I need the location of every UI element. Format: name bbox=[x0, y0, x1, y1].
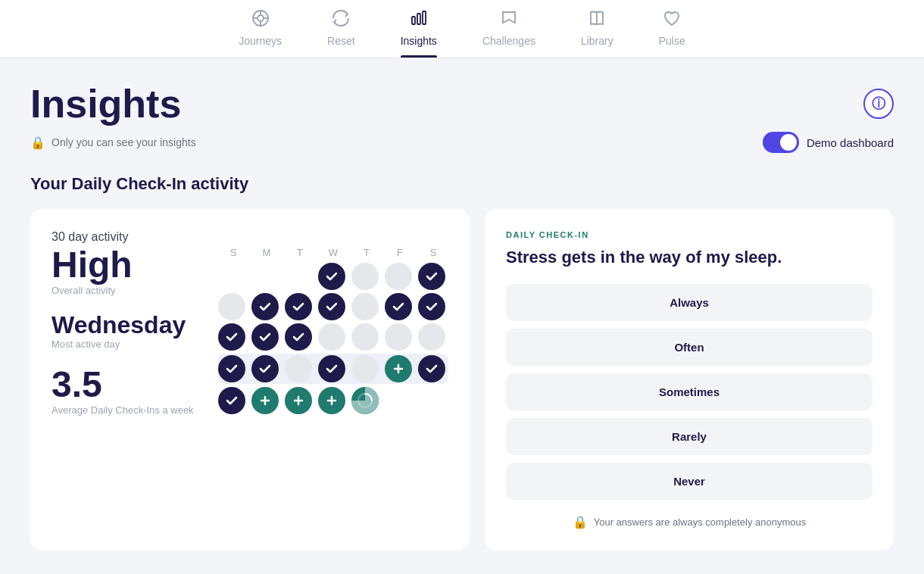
svg-point-18 bbox=[358, 394, 372, 407]
cell-r1-s2 bbox=[418, 263, 445, 290]
cell-r1-t bbox=[285, 263, 312, 290]
cell-r3-s bbox=[218, 323, 245, 351]
checkin-footer: 🔒 Your answers are always completely ano… bbox=[506, 515, 872, 529]
nav-challenges-label: Challenges bbox=[482, 35, 535, 47]
day-label-w: W bbox=[318, 247, 348, 258]
stat-avg: 3.5 Average Daily Check-Ins a week bbox=[52, 367, 218, 416]
cell-r4-t2 bbox=[351, 355, 379, 382]
stats-grid: High Overall activity Wednesday Most act… bbox=[52, 247, 448, 431]
lock-icon: 🔒 bbox=[30, 136, 45, 150]
cal-row-3 bbox=[218, 323, 448, 351]
checkin-footer-text: Your answers are always completely anony… bbox=[594, 516, 807, 528]
nav-insights[interactable]: Insights bbox=[401, 9, 437, 58]
nav-insights-label: Insights bbox=[401, 35, 437, 47]
stat-active-day: Wednesday Most active day bbox=[52, 313, 218, 350]
cell-r4-f-add[interactable] bbox=[385, 355, 412, 382]
nav-reset-label: Reset bbox=[327, 35, 355, 47]
activity-card-title: 30 day activity bbox=[52, 230, 448, 244]
cell-r5-w-add[interactable] bbox=[318, 387, 345, 414]
cal-row-2 bbox=[218, 293, 448, 320]
privacy-note: Only you can see your insights bbox=[52, 136, 196, 148]
page-title: Insights bbox=[30, 83, 181, 126]
privacy-demo-row: 🔒 Only you can see your insights Demo da… bbox=[30, 132, 894, 153]
svg-rect-6 bbox=[412, 17, 415, 24]
day-label-t1: T bbox=[285, 247, 315, 258]
activity-card: 30 day activity High Overall activity We… bbox=[30, 209, 470, 551]
cell-r5-f-empty bbox=[385, 387, 412, 414]
cell-r5-s-empty bbox=[418, 387, 445, 414]
checkin-options: Always Often Sometimes Rarely Never bbox=[506, 284, 872, 500]
cell-r3-f bbox=[385, 323, 412, 351]
cell-r5-m-add[interactable] bbox=[251, 387, 279, 414]
cell-r4-w bbox=[318, 355, 345, 382]
day-label-s2: S bbox=[418, 247, 448, 258]
cell-r3-m bbox=[251, 323, 279, 351]
challenges-icon bbox=[500, 9, 518, 30]
day-label-s1: S bbox=[218, 247, 248, 258]
active-day-label: Most active day bbox=[52, 338, 218, 350]
library-icon bbox=[588, 9, 606, 30]
footer-lock-icon: 🔒 bbox=[573, 515, 588, 529]
cell-r3-s2 bbox=[418, 323, 445, 351]
stat-overall: High Overall activity bbox=[52, 247, 218, 296]
cal-row-1 bbox=[218, 263, 448, 290]
main-nav: Journeys Reset Insights Ch bbox=[0, 0, 924, 58]
avg-value: 3.5 bbox=[52, 367, 218, 403]
insights-icon bbox=[410, 9, 428, 30]
cell-r5-t-add[interactable] bbox=[285, 387, 312, 414]
cell-r2-t bbox=[285, 293, 312, 320]
cell-r5-s bbox=[218, 387, 245, 414]
cal-row-4 bbox=[218, 354, 448, 384]
demo-label: Demo dashboard bbox=[807, 136, 894, 149]
nav-pulse-label: Pulse bbox=[659, 35, 685, 47]
nav-pulse[interactable]: Pulse bbox=[659, 9, 685, 58]
overall-value: High bbox=[52, 247, 218, 283]
svg-rect-7 bbox=[417, 14, 420, 24]
cell-r1-s bbox=[218, 263, 245, 290]
cal-row-5 bbox=[218, 387, 448, 414]
option-always[interactable]: Always bbox=[506, 284, 872, 321]
nav-reset[interactable]: Reset bbox=[327, 9, 355, 58]
cell-r3-t2 bbox=[351, 323, 379, 351]
info-button[interactable]: ⓘ bbox=[863, 89, 894, 119]
svg-point-1 bbox=[258, 15, 264, 21]
calendar: S M T W T F S bbox=[218, 247, 448, 417]
cell-r1-m bbox=[251, 263, 279, 290]
cell-r3-t bbox=[285, 323, 312, 351]
section-title: Your Daily Check-In activity bbox=[30, 174, 894, 194]
nav-journeys-label: Journeys bbox=[239, 35, 282, 47]
cell-r2-s bbox=[218, 293, 245, 320]
cell-r1-t2 bbox=[351, 263, 379, 290]
checkin-card: DAILY CHECK-IN Stress gets in the way of… bbox=[485, 209, 894, 551]
stats-col: High Overall activity Wednesday Most act… bbox=[52, 247, 218, 431]
day-label-t2: T bbox=[351, 247, 382, 258]
overall-label: Overall activity bbox=[52, 285, 218, 296]
option-often[interactable]: Often bbox=[506, 329, 872, 366]
option-rarely[interactable]: Rarely bbox=[506, 418, 872, 455]
cell-r1-f bbox=[385, 263, 412, 290]
avg-label: Average Daily Check-Ins a week bbox=[52, 404, 218, 416]
demo-row: Demo dashboard bbox=[763, 132, 894, 153]
cell-r2-f bbox=[385, 293, 412, 320]
cell-r4-m bbox=[251, 355, 279, 382]
nav-challenges[interactable]: Challenges bbox=[482, 9, 535, 58]
nav-library-label: Library bbox=[581, 35, 613, 47]
cal-header: S M T W T F S bbox=[218, 247, 448, 258]
cell-r4-t bbox=[285, 355, 312, 382]
cards-row: 30 day activity High Overall activity We… bbox=[30, 209, 894, 551]
nav-library[interactable]: Library bbox=[581, 9, 613, 58]
demo-toggle[interactable] bbox=[763, 132, 799, 153]
journeys-icon bbox=[251, 9, 270, 30]
page-header: Insights ⓘ bbox=[30, 83, 894, 126]
cell-r4-s2 bbox=[418, 355, 445, 382]
cell-r1-w bbox=[318, 263, 345, 290]
active-day-value: Wednesday bbox=[52, 313, 218, 337]
option-sometimes[interactable]: Sometimes bbox=[506, 373, 872, 410]
reset-icon bbox=[332, 9, 350, 30]
option-never[interactable]: Never bbox=[506, 463, 872, 500]
pulse-icon bbox=[663, 9, 681, 30]
privacy-text: 🔒 Only you can see your insights bbox=[30, 136, 196, 150]
cell-r4-s bbox=[218, 355, 245, 382]
checkin-tag: DAILY CHECK-IN bbox=[506, 230, 872, 239]
nav-journeys[interactable]: Journeys bbox=[239, 9, 282, 58]
